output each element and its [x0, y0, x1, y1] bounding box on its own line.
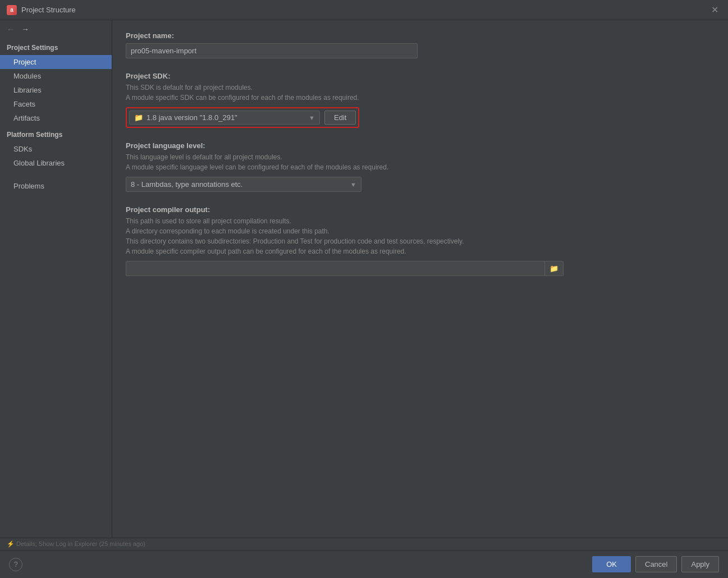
bottom-left: ? [9, 558, 22, 571]
title-bar: a Project Structure ✕ [0, 0, 728, 20]
content-area: Project name: Project SDK: This SDK is d… [112, 20, 728, 550]
app-icon: a [7, 5, 17, 15]
compiler-desc3: This directory contains two subdirectori… [126, 237, 715, 245]
sidebar-item-problems[interactable]: Problems [0, 179, 112, 193]
help-button[interactable]: ? [9, 558, 22, 571]
sdk-folder-icon: 📁 [134, 113, 143, 122]
language-level-dropdown[interactable]: 8 - Lambdas, type annotations etc. ▼ [126, 177, 361, 192]
lang-desc1: This language level is default for all p… [126, 153, 715, 161]
main-layout: ← → Project Settings Project Modules Lib… [0, 20, 728, 550]
project-compiler-output-label: Project compiler output: [126, 205, 715, 214]
sdk-dropdown-arrow-icon: ▼ [309, 114, 315, 121]
lang-dropdown-arrow-icon: ▼ [350, 181, 356, 188]
project-sdk-label: Project SDK: [126, 72, 715, 80]
compiler-output-browse-button[interactable]: 📁 [545, 261, 564, 276]
platform-settings-section: Platform Settings [0, 125, 112, 142]
project-settings-section: Project Settings [0, 38, 112, 55]
project-language-level-label: Project language level: [126, 141, 715, 150]
sdk-desc2: A module specific SDK can be configured … [126, 94, 715, 102]
sdk-row: 📁 1.8 java version "1.8.0_291" ▼ Edit [126, 107, 359, 128]
project-compiler-output-section: Project compiler output: This path is us… [126, 205, 715, 276]
sdk-dropdown[interactable]: 📁 1.8 java version "1.8.0_291" ▼ [129, 111, 320, 125]
project-name-label: Project name: [126, 31, 715, 40]
bottom-right: OK Cancel Apply [592, 556, 719, 572]
cancel-button[interactable]: Cancel [635, 556, 677, 572]
nav-arrows: ← → [0, 20, 112, 38]
browse-folder-icon: 📁 [550, 264, 558, 273]
forward-button[interactable]: → [19, 24, 31, 35]
sidebar-item-sdks[interactable]: SDKs [0, 142, 112, 156]
project-language-level-section: Project language level: This language le… [126, 141, 715, 192]
status-bar: ⚡ Details; Show Log in Explorer (25 minu… [0, 538, 728, 550]
sidebar-item-facets[interactable]: Facets [0, 97, 112, 111]
sdk-value: 1.8 java version "1.8.0_291" [146, 113, 237, 122]
sidebar: ← → Project Settings Project Modules Lib… [0, 20, 112, 550]
compiler-output-path-row: 📁 [126, 261, 564, 276]
apply-button[interactable]: Apply [681, 556, 719, 572]
back-button[interactable]: ← [4, 24, 17, 35]
sidebar-item-project[interactable]: Project [0, 55, 112, 69]
language-level-value: 8 - Lambdas, type annotations etc. [131, 180, 242, 189]
compiler-output-path-input[interactable] [126, 261, 545, 276]
sdk-desc1: This SDK is default for all project modu… [126, 84, 715, 91]
dialog-title: Project Structure [21, 6, 76, 14]
sidebar-item-libraries[interactable]: Libraries [0, 83, 112, 97]
compiler-desc2: A directory corresponding to each module… [126, 227, 715, 235]
sidebar-item-artifacts[interactable]: Artifacts [0, 111, 112, 125]
close-button[interactable]: ✕ [708, 3, 721, 17]
status-text: ⚡ Details; Show Log in Explorer (25 minu… [7, 540, 145, 548]
sidebar-item-global-libraries[interactable]: Global Libraries [0, 156, 112, 170]
bottom-bar: ? OK Cancel Apply [0, 550, 728, 578]
ok-button[interactable]: OK [592, 556, 631, 572]
project-name-input[interactable] [126, 43, 418, 58]
project-name-section: Project name: [126, 31, 715, 58]
sdk-edit-button[interactable]: Edit [324, 111, 356, 125]
compiler-desc1: This path is used to store all project c… [126, 217, 715, 225]
compiler-desc4: A module specific compiler output path c… [126, 247, 715, 255]
project-sdk-section: Project SDK: This SDK is default for all… [126, 72, 715, 128]
lang-desc2: A module specific language level can be … [126, 163, 715, 171]
sidebar-item-modules[interactable]: Modules [0, 69, 112, 83]
